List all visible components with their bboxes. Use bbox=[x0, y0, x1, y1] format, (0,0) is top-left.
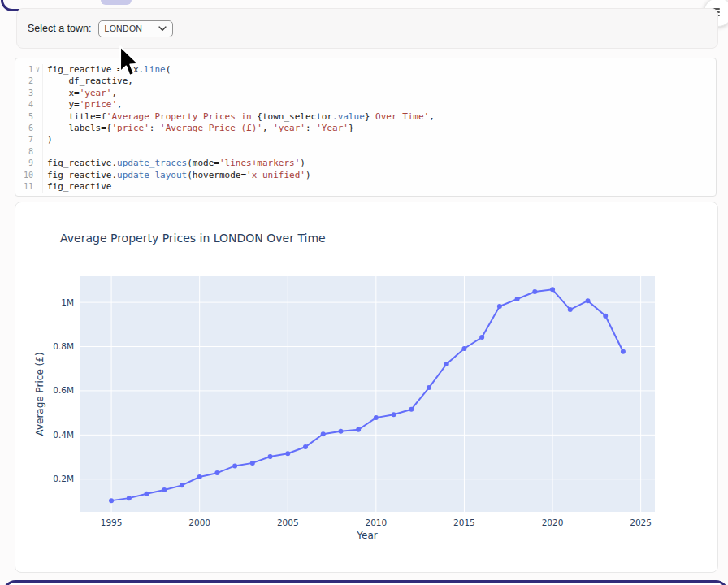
code-line: 9fig_reactive.update_traces(mode='lines+… bbox=[15, 158, 716, 169]
fold-spacer bbox=[33, 146, 42, 158]
data-point[interactable] bbox=[603, 314, 608, 318]
code-text: labels={'price': 'Average Price (£)', 'y… bbox=[42, 123, 716, 134]
code-text: df_reactive, bbox=[42, 76, 716, 87]
line-number: 5 bbox=[15, 111, 33, 123]
fold-spacer bbox=[33, 158, 42, 169]
code-text bbox=[42, 146, 716, 158]
data-point[interactable] bbox=[497, 304, 502, 309]
x-axis-title: Year bbox=[356, 530, 377, 541]
code-line: 2 df_reactive, bbox=[15, 76, 716, 87]
data-point[interactable] bbox=[232, 463, 237, 468]
next-cell-border bbox=[2, 580, 728, 585]
fold-spacer bbox=[33, 123, 42, 134]
y-tick-label: 1M bbox=[61, 297, 74, 307]
y-tick-label: 0.8M bbox=[53, 341, 74, 351]
y-tick-label: 0.4M bbox=[53, 430, 74, 440]
code-line: 1∨fig_reactive = px.line( bbox=[15, 64, 716, 76]
code-line: 4 y='price', bbox=[15, 99, 716, 110]
data-point[interactable] bbox=[356, 427, 361, 432]
fold-spacer bbox=[33, 88, 42, 99]
data-point[interactable] bbox=[285, 451, 290, 456]
code-editor[interactable]: 1∨fig_reactive = px.line(2 df_reactive,3… bbox=[15, 58, 717, 197]
x-tick-label: 2005 bbox=[277, 518, 299, 527]
data-point[interactable] bbox=[338, 429, 343, 434]
town-selector-label: Select a town: bbox=[28, 23, 92, 34]
code-text: fig_reactive.update_traces(mode='lines+m… bbox=[42, 158, 716, 169]
data-point[interactable] bbox=[162, 488, 167, 492]
data-point[interactable] bbox=[568, 307, 573, 312]
code-line: 10fig_reactive.update_layout(hovermode='… bbox=[15, 170, 716, 181]
fold-spacer bbox=[33, 99, 42, 110]
code-line: 5 title=f'Average Property Prices in {to… bbox=[15, 111, 716, 123]
chevron-down-icon bbox=[158, 26, 167, 32]
data-point[interactable] bbox=[409, 407, 414, 412]
code-text: fig_reactive.update_layout(hovermode='x … bbox=[42, 170, 716, 181]
code-line: 7) bbox=[15, 134, 716, 145]
code-text: title=f'Average Property Prices in {town… bbox=[42, 111, 716, 123]
notebook-page: Select a town: LONDON 1∨fig_reactive = p… bbox=[0, 0, 728, 585]
x-tick-label: 2020 bbox=[542, 518, 564, 527]
line-number: 7 bbox=[15, 134, 33, 145]
line-number: 8 bbox=[15, 146, 33, 158]
town-select-dropdown[interactable]: LONDON bbox=[98, 20, 173, 37]
data-point[interactable] bbox=[250, 461, 255, 466]
code-text: y='price', bbox=[42, 99, 716, 110]
code-lines: 1∨fig_reactive = px.line(2 df_reactive,3… bbox=[15, 64, 716, 193]
data-point[interactable] bbox=[374, 415, 379, 420]
data-point[interactable] bbox=[585, 298, 590, 303]
y-tick-label: 0.2M bbox=[53, 474, 74, 483]
code-text: ) bbox=[42, 134, 716, 145]
line-number: 4 bbox=[15, 99, 33, 110]
data-point[interactable] bbox=[197, 474, 202, 479]
data-point[interactable] bbox=[127, 496, 132, 500]
fold-spacer bbox=[33, 181, 42, 193]
artifact-shape bbox=[101, 0, 132, 5]
town-selector-widget: Select a town: LONDON bbox=[16, 8, 718, 49]
line-number: 10 bbox=[15, 170, 33, 181]
code-text: fig_reactive bbox=[42, 181, 716, 193]
data-point[interactable] bbox=[180, 483, 184, 488]
data-point[interactable] bbox=[109, 498, 114, 503]
code-text: x='year', bbox=[42, 88, 716, 99]
data-point[interactable] bbox=[427, 385, 431, 390]
plot-area[interactable] bbox=[80, 276, 655, 512]
code-line: 11fig_reactive bbox=[15, 181, 716, 193]
code-line: 3 x='year', bbox=[15, 88, 716, 99]
line-number: 3 bbox=[15, 88, 33, 99]
x-tick-label: 2025 bbox=[630, 518, 652, 527]
fold-icon[interactable]: ∨ bbox=[33, 64, 42, 76]
data-point[interactable] bbox=[268, 454, 273, 459]
x-tick-label: 2015 bbox=[453, 518, 475, 527]
y-tick-label: 0.6M bbox=[53, 385, 74, 395]
data-point[interactable] bbox=[303, 444, 308, 449]
plotly-chart[interactable]: 19952000200520102015202020250.2M0.4M0.6M… bbox=[15, 202, 717, 572]
data-point[interactable] bbox=[479, 335, 484, 340]
line-number: 1 bbox=[15, 64, 33, 76]
data-point[interactable] bbox=[392, 412, 396, 417]
data-point[interactable] bbox=[550, 287, 555, 292]
fold-spacer bbox=[33, 111, 42, 123]
chart-title: Average Property Prices in LONDON Over T… bbox=[60, 232, 326, 245]
data-point[interactable] bbox=[621, 349, 626, 354]
town-select-value: LONDON bbox=[105, 24, 143, 33]
line-number: 2 bbox=[15, 76, 33, 87]
data-point[interactable] bbox=[444, 362, 449, 366]
fold-spacer bbox=[33, 170, 42, 181]
code-line: 8 bbox=[15, 146, 716, 158]
chart-output-cell: 19952000200520102015202020250.2M0.4M0.6M… bbox=[15, 202, 718, 573]
code-text: fig_reactive = px.line( bbox=[42, 64, 716, 76]
x-tick-label: 2000 bbox=[188, 518, 210, 527]
data-point[interactable] bbox=[515, 297, 520, 301]
line-number: 11 bbox=[15, 181, 33, 193]
x-tick-label: 1995 bbox=[101, 518, 123, 527]
data-point[interactable] bbox=[321, 431, 326, 436]
x-tick-label: 2010 bbox=[365, 518, 387, 527]
data-point[interactable] bbox=[462, 346, 466, 351]
data-point[interactable] bbox=[532, 289, 537, 294]
data-point[interactable] bbox=[145, 492, 150, 496]
code-line: 6 labels={'price': 'Average Price (£)', … bbox=[15, 123, 716, 134]
line-number: 9 bbox=[15, 158, 33, 169]
data-point[interactable] bbox=[214, 470, 219, 475]
line-number: 6 bbox=[15, 123, 33, 134]
y-axis-title: Average Price (£) bbox=[34, 352, 46, 436]
